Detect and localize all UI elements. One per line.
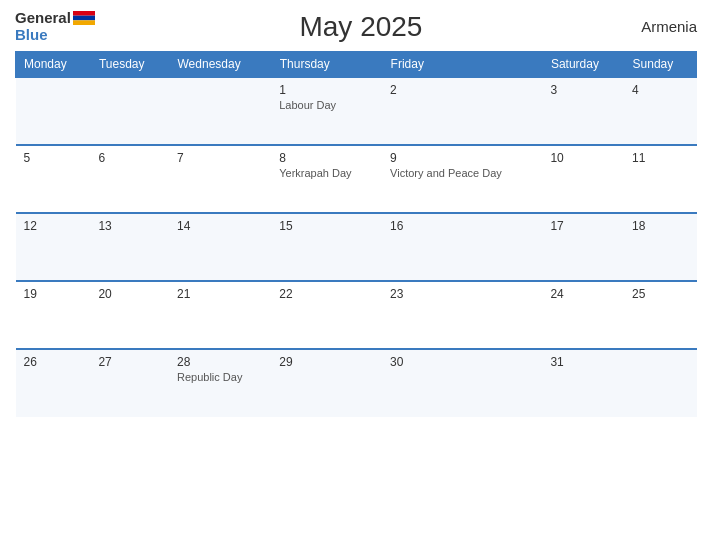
calendar-cell: 17 [542,213,624,281]
calendar-cell: 13 [90,213,169,281]
day-number: 17 [550,219,616,233]
logo-blue-text: Blue [15,27,48,44]
calendar-week-row: 5678Yerkrapah Day9Victory and Peace Day1… [16,145,697,213]
calendar-cell: 7 [169,145,271,213]
day-number: 19 [24,287,83,301]
holiday-label: Yerkrapah Day [279,167,374,179]
day-number: 30 [390,355,534,369]
calendar-cell: 8Yerkrapah Day [271,145,382,213]
calendar-cell: 21 [169,281,271,349]
col-header-sunday: Sunday [624,52,696,78]
col-header-tuesday: Tuesday [90,52,169,78]
calendar-cell: 31 [542,349,624,417]
calendar-cell: 26 [16,349,91,417]
calendar-cell: 22 [271,281,382,349]
day-number: 9 [390,151,534,165]
calendar-cell [16,77,91,145]
calendar-cell: 28Republic Day [169,349,271,417]
day-number: 15 [279,219,374,233]
calendar-cell: 14 [169,213,271,281]
calendar-table: MondayTuesdayWednesdayThursdayFridaySatu… [15,51,697,417]
calendar-week-row: 12131415161718 [16,213,697,281]
day-number: 23 [390,287,534,301]
calendar-title: May 2025 [95,11,627,43]
col-header-thursday: Thursday [271,52,382,78]
calendar-cell: 27 [90,349,169,417]
col-header-friday: Friday [382,52,542,78]
day-number: 27 [98,355,161,369]
svg-rect-0 [73,11,95,16]
svg-rect-1 [73,16,95,21]
calendar-cell: 5 [16,145,91,213]
logo-general-text: General [15,10,71,27]
calendar-cell: 16 [382,213,542,281]
calendar-cell: 18 [624,213,696,281]
calendar-cell: 19 [16,281,91,349]
day-number: 4 [632,83,688,97]
page: General Blue May 2025 Armenia MondayTues… [0,0,712,550]
day-number: 28 [177,355,263,369]
day-number: 1 [279,83,374,97]
holiday-label: Republic Day [177,371,263,383]
day-number: 12 [24,219,83,233]
day-number: 25 [632,287,688,301]
day-number: 3 [550,83,616,97]
logo: General Blue [15,10,95,43]
calendar-cell: 3 [542,77,624,145]
calendar-cell: 10 [542,145,624,213]
holiday-label: Victory and Peace Day [390,167,534,179]
calendar-cell: 1Labour Day [271,77,382,145]
calendar-cell: 4 [624,77,696,145]
calendar-week-row: 262728Republic Day293031 [16,349,697,417]
day-number: 13 [98,219,161,233]
calendar-cell: 20 [90,281,169,349]
day-number: 5 [24,151,83,165]
calendar-cell: 23 [382,281,542,349]
day-number: 6 [98,151,161,165]
calendar-cell: 24 [542,281,624,349]
svg-rect-2 [73,21,95,26]
country-label: Armenia [627,18,697,35]
day-number: 2 [390,83,534,97]
holiday-label: Labour Day [279,99,374,111]
calendar-cell: 29 [271,349,382,417]
calendar-cell: 11 [624,145,696,213]
calendar-week-row: 1Labour Day234 [16,77,697,145]
calendar-cell [169,77,271,145]
day-number: 10 [550,151,616,165]
header: General Blue May 2025 Armenia [15,10,697,43]
day-number: 11 [632,151,688,165]
calendar-cell [90,77,169,145]
day-number: 21 [177,287,263,301]
day-number: 8 [279,151,374,165]
header-row: MondayTuesdayWednesdayThursdayFridaySatu… [16,52,697,78]
col-header-wednesday: Wednesday [169,52,271,78]
calendar-body: 1Labour Day2345678Yerkrapah Day9Victory … [16,77,697,417]
logo-flag-icon [73,11,95,25]
col-header-monday: Monday [16,52,91,78]
calendar-cell: 12 [16,213,91,281]
calendar-cell: 2 [382,77,542,145]
day-number: 7 [177,151,263,165]
day-number: 18 [632,219,688,233]
calendar-cell [624,349,696,417]
day-number: 16 [390,219,534,233]
day-number: 14 [177,219,263,233]
day-number: 31 [550,355,616,369]
calendar-week-row: 19202122232425 [16,281,697,349]
calendar-header: MondayTuesdayWednesdayThursdayFridaySatu… [16,52,697,78]
day-number: 26 [24,355,83,369]
day-number: 20 [98,287,161,301]
day-number: 24 [550,287,616,301]
calendar-cell: 6 [90,145,169,213]
day-number: 29 [279,355,374,369]
day-number: 22 [279,287,374,301]
calendar-cell: 30 [382,349,542,417]
calendar-cell: 9Victory and Peace Day [382,145,542,213]
calendar-cell: 25 [624,281,696,349]
calendar-cell: 15 [271,213,382,281]
col-header-saturday: Saturday [542,52,624,78]
